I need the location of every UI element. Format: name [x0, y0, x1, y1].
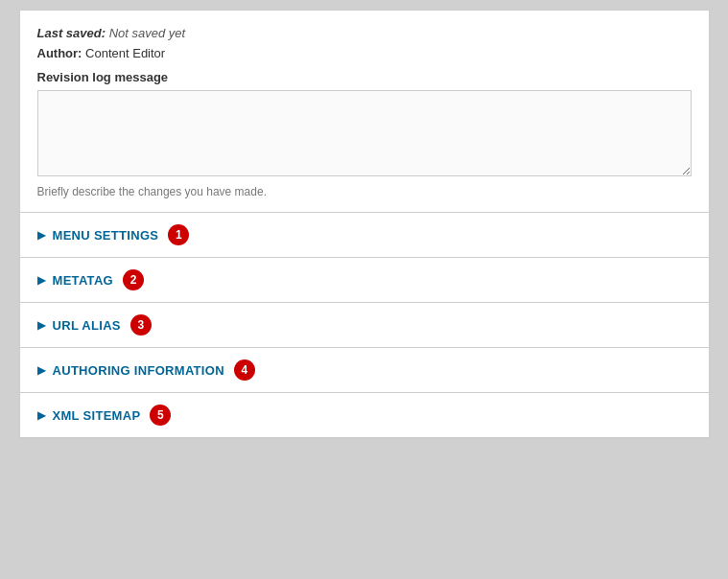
arrow-icon-url-alias: ▶ [37, 319, 45, 332]
revision-hint: Briefly describe the changes you have ma… [37, 185, 692, 198]
top-section: Last saved: Not saved yet Author: Conten… [20, 11, 709, 213]
badge-authoring-information: 4 [234, 359, 255, 381]
author-label: Author: [37, 46, 82, 60]
last-saved-label: Last saved: [37, 26, 106, 40]
revision-label: Revision log message [37, 70, 692, 84]
accordion-item-metatag: ▶METATAG2 [20, 258, 709, 303]
accordion-container: ▶MENU SETTINGS1▶METATAG2▶URL ALIAS3▶AUTH… [20, 213, 709, 438]
accordion-header-url-alias[interactable]: ▶URL ALIAS3 [20, 303, 709, 347]
arrow-icon-xml-sitemap: ▶ [37, 409, 45, 422]
last-saved-line: Last saved: Not saved yet [37, 26, 692, 40]
accordion-header-metatag[interactable]: ▶METATAG2 [20, 258, 709, 302]
arrow-icon-authoring-information: ▶ [37, 364, 45, 377]
arrow-icon-menu-settings: ▶ [37, 229, 45, 242]
accordion-item-authoring-information: ▶AUTHORING INFORMATION4 [20, 348, 709, 393]
accordion-title-authoring-information: AUTHORING INFORMATION [53, 363, 224, 378]
main-panel: Last saved: Not saved yet Author: Conten… [19, 10, 710, 439]
badge-menu-settings: 1 [168, 224, 189, 245]
accordion-item-menu-settings: ▶MENU SETTINGS1 [20, 213, 709, 258]
accordion-item-url-alias: ▶URL ALIAS3 [20, 303, 709, 348]
accordion-item-xml-sitemap: ▶XML SITEMAP5 [20, 393, 709, 438]
badge-metatag: 2 [123, 269, 144, 290]
author-line: Author: Content Editor [37, 46, 692, 60]
badge-xml-sitemap: 5 [150, 405, 171, 426]
accordion-title-xml-sitemap: XML SITEMAP [53, 408, 141, 423]
revision-textarea[interactable] [37, 90, 692, 176]
badge-url-alias: 3 [130, 314, 152, 336]
arrow-icon-metatag: ▶ [37, 274, 45, 287]
accordion-title-menu-settings: MENU SETTINGS [53, 228, 159, 243]
last-saved-value: Not saved yet [109, 26, 186, 40]
accordion-header-xml-sitemap[interactable]: ▶XML SITEMAP5 [20, 393, 709, 437]
accordion-title-url-alias: URL ALIAS [53, 318, 121, 333]
accordion-header-menu-settings[interactable]: ▶MENU SETTINGS1 [20, 213, 709, 257]
accordion-title-metatag: METATAG [53, 273, 113, 288]
author-value: Content Editor [85, 46, 165, 60]
accordion-header-authoring-information[interactable]: ▶AUTHORING INFORMATION4 [20, 348, 709, 392]
